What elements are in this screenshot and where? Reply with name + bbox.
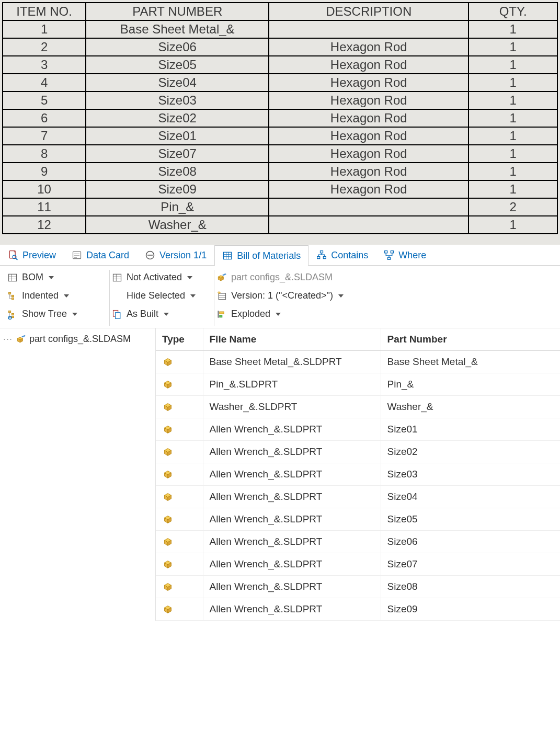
tree-pane: ··· part configs_&.SLDASM (0, 328, 156, 621)
bom-cell-part: Size01 (86, 127, 269, 145)
bom-cell-desc (269, 20, 468, 38)
grid-cell-type (156, 463, 203, 486)
grid-cell-file: Allen Wrench_&.SLDPRT (203, 531, 381, 553)
bom-header-part: PART NUMBER (86, 3, 269, 20)
grid-row[interactable]: Allen Wrench_&.SLDPRTSize08 (156, 576, 560, 598)
caret-icon (190, 294, 196, 298)
dropdown-label: As Built (127, 309, 158, 319)
bom-cell-desc (269, 198, 468, 216)
bom-cell-item: 4 (3, 74, 86, 92)
grid-row[interactable]: Allen Wrench_&.SLDPRTSize03 (156, 463, 560, 486)
svg-rect-42 (220, 312, 224, 314)
bom-cell-desc: Hexagon Rod (269, 56, 468, 74)
grid-row[interactable]: Allen Wrench_&.SLDPRTSize04 (156, 486, 560, 508)
bom-cell-qty: 1 (468, 109, 557, 127)
tab-version[interactable]: Version 1/1 (137, 245, 214, 265)
bom-row: 9Size08Hexagon Rod1 (3, 163, 557, 180)
grid-row[interactable]: Allen Wrench_&.SLDPRTSize06 (156, 531, 560, 553)
bom-cell-item: 5 (3, 92, 86, 109)
as-built-icon (112, 309, 122, 319)
exploded-dropdown[interactable]: Exploded (216, 309, 547, 319)
grid-header-part[interactable]: Part Number (381, 328, 560, 351)
bom-cell-qty: 1 (468, 145, 557, 163)
dropdown-label: Not Activated (127, 272, 182, 283)
grid-cell-type (156, 486, 203, 508)
tab-preview[interactable]: Preview (0, 245, 64, 265)
bom-cell-part: Washer_& (86, 216, 269, 234)
grid-cell-type (156, 598, 203, 621)
hide-selected-dropdown[interactable]: Hide Selected (112, 290, 207, 301)
grid-row[interactable]: Base Sheet Metal_&.SLDPRTBase Sheet Meta… (156, 351, 560, 373)
svg-rect-43 (220, 315, 222, 317)
svg-rect-18 (385, 251, 387, 253)
bom-cell-item: 11 (3, 198, 86, 216)
part-icon (162, 379, 197, 390)
bom-row: 12Washer_&1 (3, 216, 557, 234)
bom-row: 3Size05Hexagon Rod1 (3, 56, 557, 74)
tab-where-used[interactable]: Where (376, 245, 434, 265)
bom-row: 8Size07Hexagon Rod1 (3, 145, 557, 163)
bom-cell-desc: Hexagon Rod (269, 109, 468, 127)
dropdown-label: Indented (22, 290, 59, 301)
grid-icon (7, 272, 18, 283)
not-activated-dropdown[interactable]: Not Activated (112, 272, 207, 283)
where-used-icon (384, 250, 394, 260)
tab-label: Data Card (86, 250, 129, 261)
grid-row[interactable]: Allen Wrench_&.SLDPRTSize02 (156, 441, 560, 463)
dropdown-label: Show Tree (22, 309, 67, 319)
grid-row[interactable]: Allen Wrench_&.SLDPRTSize05 (156, 508, 560, 531)
grid-cell-part: Size04 (381, 486, 560, 508)
bom-row: 4Size04Hexagon Rod1 (3, 74, 557, 92)
bom-cell-part: Size05 (86, 56, 269, 74)
bom-dropdown[interactable]: BOM (7, 272, 102, 283)
grid-row[interactable]: Allen Wrench_&.SLDPRTSize07 (156, 553, 560, 576)
grid-header-file[interactable]: File Name (203, 328, 381, 351)
caret-icon (338, 294, 344, 298)
grid-cell-file: Allen Wrench_&.SLDPRT (203, 576, 381, 598)
svg-rect-27 (9, 311, 11, 312)
part-icon (162, 469, 197, 480)
tree-root[interactable]: ··· part configs_&.SLDASM (3, 334, 152, 345)
svg-rect-17 (388, 257, 391, 259)
dropdown-label: Exploded (231, 309, 270, 319)
part-icon (162, 513, 197, 525)
part-icon (162, 401, 197, 413)
grid-cell-type (156, 418, 203, 441)
tab-label: Bill of Materials (237, 250, 301, 261)
svg-rect-16 (324, 257, 326, 259)
bom-cell-item: 6 (3, 109, 86, 127)
version-dropdown[interactable]: Version: 1 ("<Created>") (216, 290, 547, 301)
version-icon (145, 250, 155, 260)
grid-row[interactable]: Allen Wrench_&.SLDPRTSize01 (156, 418, 560, 441)
grid-row[interactable]: Pin_&.SLDPRTPin_& (156, 373, 560, 396)
bom-header-row: ITEM NO. PART NUMBER DESCRIPTION QTY. (3, 3, 557, 20)
bom-cell-part: Size03 (86, 92, 269, 109)
assembly-icon (216, 272, 227, 283)
bom-row: 5Size03Hexagon Rod1 (3, 92, 557, 109)
grid-row[interactable]: Washer_&.SLDPRTWasher_& (156, 396, 560, 418)
tab-label: Preview (22, 250, 56, 261)
tab-bill-of-materials[interactable]: Bill of Materials (214, 245, 308, 266)
caret-icon (276, 313, 281, 316)
bom-row: 6Size02Hexagon Rod1 (3, 109, 557, 127)
contains-icon (316, 250, 327, 260)
indented-dropdown[interactable]: Indented (7, 290, 102, 301)
bom-cell-part: Size02 (86, 109, 269, 127)
svg-rect-38 (219, 293, 225, 300)
as-built-dropdown[interactable]: As Built (112, 309, 207, 319)
grid-row[interactable]: Allen Wrench_&.SLDPRTSize09 (156, 598, 560, 621)
svg-rect-20 (9, 274, 17, 281)
grid-cell-type (156, 553, 203, 576)
bom-cell-part: Base Sheet Metal_& (86, 20, 269, 38)
tab-data-card[interactable]: Data Card (64, 245, 137, 265)
grid-header-type[interactable]: Type (156, 328, 203, 351)
show-tree-dropdown[interactable]: Show Tree (7, 309, 102, 319)
grid-cell-part: Size07 (381, 553, 560, 576)
show-tree-icon (7, 309, 18, 319)
caret-icon (164, 313, 169, 316)
tab-contains[interactable]: Contains (308, 245, 376, 265)
bom-cell-desc: Hexagon Rod (269, 74, 468, 92)
part-icon (162, 603, 197, 615)
grid-pane: Type File Name Part Number Base Sheet Me… (156, 328, 560, 621)
grid-cell-type (156, 576, 203, 598)
